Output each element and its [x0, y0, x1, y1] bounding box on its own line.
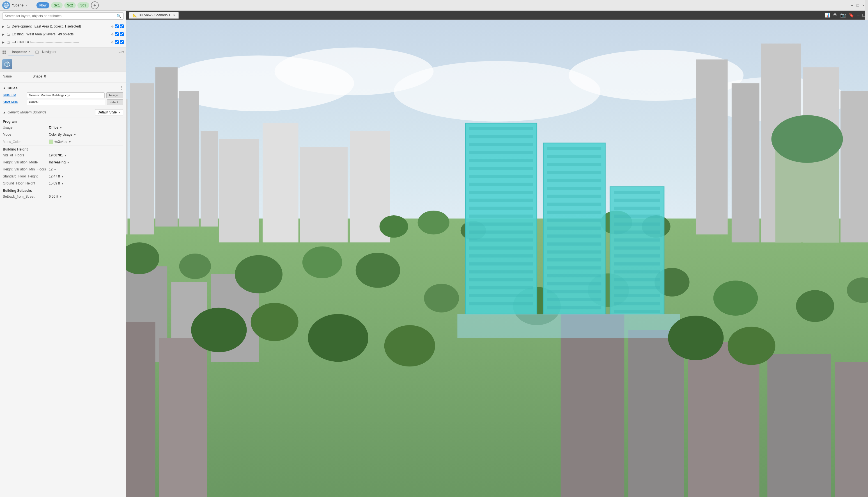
minimize-view-button[interactable]: −	[857, 13, 859, 18]
view-tab-close-button[interactable]: ×	[173, 13, 175, 17]
param-dropdown-standard-floor-height[interactable]: 12.47 ft ▼	[49, 174, 123, 178]
rule-file-label[interactable]: Rule File	[3, 93, 25, 97]
layer-item-context[interactable]: ▶ 🗂 ---CONTEXT--------------------------…	[0, 38, 126, 46]
param-arrow-mass-color[interactable]: ▼	[69, 140, 71, 143]
param-row-setback-street: Setback_from_Street 6.56 ft ▼	[3, 193, 123, 200]
add-scenario-button[interactable]: +	[91, 1, 99, 9]
scene-close-btn[interactable]: ×	[26, 4, 28, 7]
svg-rect-126	[457, 314, 680, 338]
scene-title: *Scene	[12, 3, 24, 7]
param-arrow-mode[interactable]: ▼	[74, 133, 76, 136]
assign-button[interactable]: Assign...	[106, 93, 123, 98]
param-arrow-setback-street[interactable]: ▼	[59, 195, 62, 198]
minimize-button[interactable]: −	[850, 2, 854, 8]
style-dropdown[interactable]: Default Style ▼	[95, 109, 123, 115]
layer-hatch-icon[interactable]: ⊘	[111, 25, 114, 28]
svg-rect-84	[469, 286, 533, 289]
panel-minimize-button[interactable]: −	[119, 50, 121, 54]
svg-rect-107	[547, 298, 602, 301]
maximize-button[interactable]: □	[855, 2, 860, 8]
svg-rect-101	[547, 251, 602, 254]
param-arrow-usage[interactable]: ▼	[59, 126, 62, 129]
param-value-ground-floor-height: 15.09 ft	[49, 181, 60, 185]
svg-rect-7	[2, 53, 4, 54]
tab-sc2[interactable]: Sc2	[64, 2, 76, 9]
layer-hatch-icon-context[interactable]: ⊘	[111, 40, 114, 44]
tab-navigator[interactable]: Navigator	[39, 48, 60, 56]
param-value-mass-color: #c3e4ad	[55, 140, 67, 144]
style-section: ▲ Generic Modern Buildings Default Style…	[0, 108, 126, 116]
tab-inspector-close[interactable]: ×	[29, 50, 30, 53]
param-dropdown-height-variation-min[interactable]: 12 ▼	[49, 167, 123, 171]
tab-sc1[interactable]: Sc1	[51, 2, 62, 9]
tab-inspector[interactable]: Inspector ×	[9, 48, 34, 56]
svg-rect-59	[629, 330, 684, 497]
eye-tool-icon[interactable]: 👁	[833, 13, 837, 18]
param-row-mass-color: Mass_Color #c3e4ad ▼	[3, 138, 123, 146]
view-tab-3d[interactable]: 📐 3D View - Scenario 1 ×	[129, 12, 179, 18]
param-dropdown-ground-floor-height[interactable]: 15.09 ft ▼	[49, 181, 123, 185]
search-bar: 🔍	[2, 12, 124, 20]
select-button[interactable]: Select...	[107, 99, 123, 105]
maximize-view-button[interactable]: □	[863, 13, 865, 18]
layer-select-checkbox-existing[interactable]	[120, 32, 124, 36]
panel-expand-button[interactable]: □	[122, 50, 124, 54]
svg-point-44	[424, 284, 459, 313]
start-rule-input[interactable]	[27, 99, 105, 105]
svg-rect-30	[219, 139, 259, 242]
bookmark-tool-icon[interactable]: 🔖	[849, 12, 854, 18]
param-dropdown-mode[interactable]: Color By Usage ▼	[49, 132, 123, 137]
search-input[interactable]	[5, 14, 116, 18]
view-tab-bar: 📐 3D View - Scenario 1 × 📊 👁 📷 🔖 − □	[126, 11, 868, 20]
name-input[interactable]	[31, 74, 123, 79]
layer-visibility-checkbox-development[interactable]	[115, 25, 119, 28]
layer-select-checkbox-development[interactable]	[120, 25, 124, 28]
camera-tool-icon[interactable]: 📷	[840, 12, 846, 18]
svg-rect-75	[469, 214, 533, 218]
svg-rect-92	[547, 179, 602, 182]
svg-rect-72	[469, 191, 533, 194]
param-dropdown-mass-color[interactable]: #c3e4ad ▼	[49, 140, 123, 144]
svg-rect-85	[469, 294, 533, 297]
window-controls: − □ ×	[850, 2, 866, 8]
layer-item-development[interactable]: ▶ 🗂 Development : East Area [1 object, 1…	[0, 23, 126, 30]
layer-visibility-checkbox-existing[interactable]	[115, 32, 119, 36]
style-dropdown-value: Default Style	[98, 110, 117, 114]
tab-now[interactable]: Now	[36, 2, 49, 9]
style-collapse-icon[interactable]: ▲	[3, 111, 6, 114]
view-tab-icon: 📐	[133, 13, 137, 17]
layer-stack-icon-existing: 🗂	[6, 32, 10, 37]
param-label-mass-color: Mass_Color	[3, 140, 48, 144]
layer-item-existing[interactable]: ▶ 🗂 Existing : West Area [2 layers | 49 …	[0, 30, 126, 38]
param-row-standard-floor-height: Standard_Floor_Height 12.47 ft ▼	[3, 173, 123, 180]
rule-file-input[interactable]	[27, 93, 105, 98]
layer-visibility-checkbox-context[interactable]	[115, 40, 119, 44]
svg-point-129	[308, 314, 368, 362]
param-arrow-nbr-floors[interactable]: ▼	[64, 154, 67, 157]
start-rule-label[interactable]: Start Rule	[3, 100, 25, 104]
param-dropdown-setback-street[interactable]: 6.56 ft ▼	[49, 195, 123, 199]
svg-rect-113	[614, 214, 660, 218]
panel-tabs: Inspector × Navigator − □	[0, 47, 126, 57]
layer-select-checkbox-context[interactable]	[120, 40, 124, 44]
rules-collapse-icon[interactable]: ▲	[3, 86, 6, 89]
param-dropdown-usage[interactable]: Office ▼	[49, 126, 123, 129]
param-dropdown-height-variation-mode[interactable]: Increasing ▼	[49, 160, 123, 164]
stats-tool-icon[interactable]: 📊	[825, 12, 830, 18]
param-arrow-ground-floor-height[interactable]: ▼	[61, 182, 64, 185]
param-arrow-height-variation-mode[interactable]: ▼	[67, 161, 70, 164]
param-arrow-standard-floor-height[interactable]: ▼	[61, 175, 64, 178]
name-section: Name	[0, 72, 126, 82]
svg-rect-61	[767, 354, 831, 497]
viewport-3d[interactable]	[126, 20, 868, 497]
rules-menu-button[interactable]: ⋮	[119, 86, 123, 90]
svg-point-127	[191, 308, 247, 352]
building-height-header: Building Height	[3, 146, 123, 152]
param-arrow-height-variation-min[interactable]: ▼	[54, 168, 56, 171]
param-value-standard-floor-height: 12.47 ft	[49, 174, 60, 178]
param-dropdown-nbr-floors[interactable]: 19.06781 ▼	[49, 153, 123, 157]
layer-hatch-icon-existing[interactable]: ⊘	[111, 32, 114, 36]
svg-rect-111	[614, 199, 660, 202]
svg-rect-105	[547, 282, 602, 285]
tab-sc3[interactable]: Sc3	[77, 2, 89, 9]
